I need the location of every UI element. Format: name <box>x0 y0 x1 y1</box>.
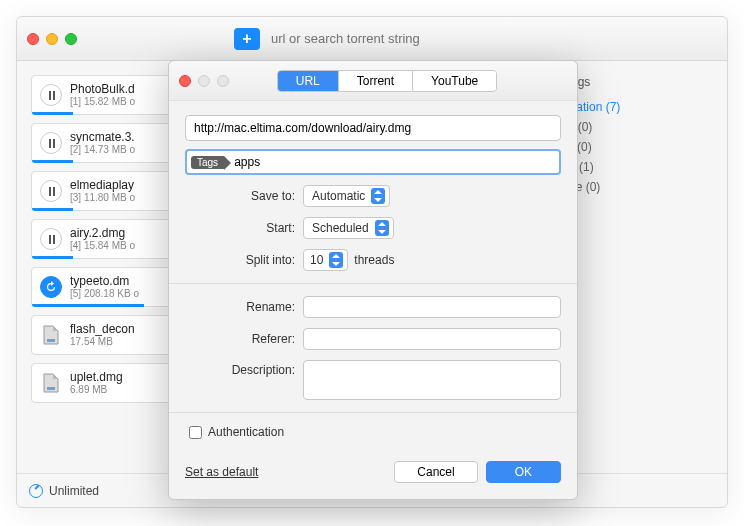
download-meta: [3] 11.80 MB o <box>70 192 135 204</box>
ok-button[interactable]: OK <box>486 461 561 483</box>
threads-select[interactable]: 10 <box>303 249 348 271</box>
start-label: Start: <box>185 221 295 235</box>
speed-label: Unlimited <box>49 484 99 498</box>
chevron-updown-icon <box>329 252 343 268</box>
download-meta: [1] 15.82 MB o <box>70 96 135 108</box>
progress-bar <box>32 112 73 115</box>
referer-label: Referer: <box>185 332 295 346</box>
tag-item[interactable]: ure (0) <box>565 177 715 197</box>
progress-bar <box>32 160 73 163</box>
authentication-label: Authentication <box>208 425 284 439</box>
search-input[interactable] <box>264 28 717 50</box>
chevron-updown-icon <box>375 220 389 236</box>
retry-icon[interactable] <box>40 276 62 298</box>
download-name: PhotoBulk.d <box>70 82 135 96</box>
svg-rect-0 <box>47 339 55 342</box>
progress-bar <box>32 208 73 211</box>
threads-label: threads <box>354 253 394 267</box>
save-to-select[interactable]: Automatic <box>303 185 390 207</box>
url-field[interactable] <box>185 115 561 141</box>
tags-field[interactable]: Tags <box>185 149 561 175</box>
pause-icon[interactable] <box>40 132 62 154</box>
authentication-checkbox[interactable] <box>189 426 202 439</box>
titlebar: + <box>17 17 727 61</box>
split-label: Split into: <box>185 253 295 267</box>
download-meta: [5] 208.18 KB o <box>70 288 139 300</box>
progress-bar <box>32 304 144 307</box>
add-button[interactable]: + <box>234 28 260 50</box>
minimize-icon[interactable] <box>46 33 58 45</box>
set-default-link[interactable]: Set as default <box>185 465 258 479</box>
rename-field[interactable] <box>303 296 561 318</box>
download-meta: 17.54 MB <box>70 336 135 348</box>
dialog-close-icon[interactable] <box>179 75 191 87</box>
description-label: Description: <box>185 360 295 377</box>
source-tabs: URL Torrent YouTube <box>277 70 498 92</box>
pause-icon[interactable] <box>40 84 62 106</box>
tag-item[interactable]: ic (0) <box>565 137 715 157</box>
sidebar-title: Tags <box>565 75 715 89</box>
svg-rect-1 <box>47 387 55 390</box>
zoom-icon[interactable] <box>65 33 77 45</box>
tags-badge: Tags <box>191 156 224 169</box>
download-name: typeeto.dm <box>70 274 139 288</box>
start-select[interactable]: Scheduled <box>303 217 394 239</box>
tag-item[interactable]: lication (7) <box>565 97 715 117</box>
pause-icon[interactable] <box>40 180 62 202</box>
download-meta: 6.89 MB <box>70 384 123 396</box>
add-download-dialog: URL Torrent YouTube Tags Save to: Automa… <box>168 60 578 500</box>
referer-field[interactable] <box>303 328 561 350</box>
tag-item[interactable]: er (1) <box>565 157 715 177</box>
window-controls <box>27 33 77 45</box>
dialog-zoom-icon <box>217 75 229 87</box>
tab-youtube[interactable]: YouTube <box>413 71 496 91</box>
dialog-minimize-icon <box>198 75 210 87</box>
download-meta: [2] 14.73 MB o <box>70 144 135 156</box>
dialog-body: Tags Save to: Automatic Start: Scheduled… <box>169 101 577 455</box>
save-to-label: Save to: <box>185 189 295 203</box>
description-field[interactable] <box>303 360 561 400</box>
close-icon[interactable] <box>27 33 39 45</box>
rename-label: Rename: <box>185 300 295 314</box>
progress-bar <box>32 256 73 259</box>
download-name: elmediaplay <box>70 178 135 192</box>
cancel-button[interactable]: Cancel <box>394 461 477 483</box>
speed-icon[interactable] <box>29 484 43 498</box>
pause-icon[interactable] <box>40 228 62 250</box>
chevron-updown-icon <box>371 188 385 204</box>
dialog-footer: Set as default Cancel OK <box>169 455 577 499</box>
tab-torrent[interactable]: Torrent <box>339 71 413 91</box>
tab-url[interactable]: URL <box>278 71 339 91</box>
tags-input[interactable] <box>234 155 555 169</box>
download-name: uplet.dmg <box>70 370 123 384</box>
download-name: syncmate.3. <box>70 130 135 144</box>
tag-item[interactable]: ie (0) <box>565 117 715 137</box>
dialog-titlebar: URL Torrent YouTube <box>169 61 577 101</box>
download-name: flash_decon <box>70 322 135 336</box>
file-icon <box>40 324 62 346</box>
tags-sidebar: Tags lication (7)ie (0)ic (0)er (1)ure (… <box>552 61 727 473</box>
download-meta: [4] 15.84 MB o <box>70 240 135 252</box>
file-icon <box>40 372 62 394</box>
download-name: airy.2.dmg <box>70 226 135 240</box>
